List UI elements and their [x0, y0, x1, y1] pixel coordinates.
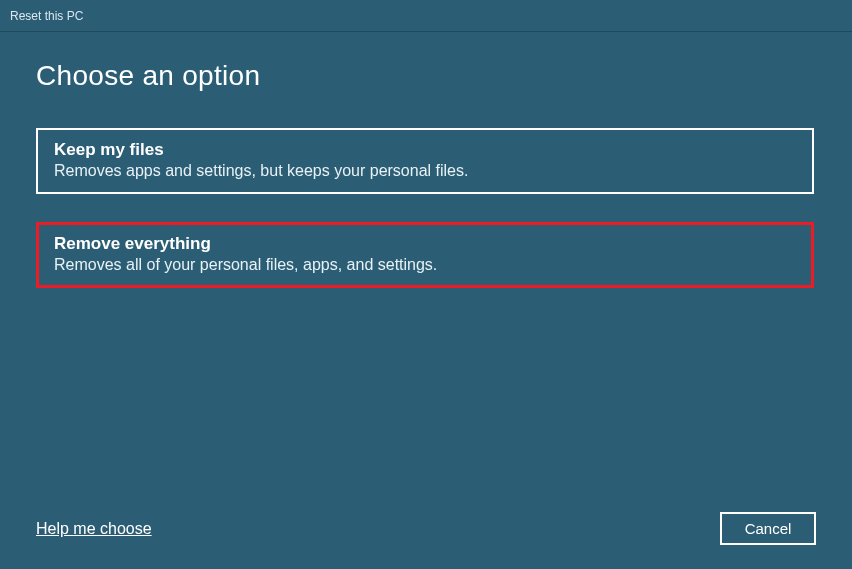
- option-description: Removes apps and settings, but keeps you…: [54, 162, 796, 180]
- option-description: Removes all of your personal files, apps…: [54, 256, 796, 274]
- option-remove-everything[interactable]: Remove everything Removes all of your pe…: [36, 222, 814, 288]
- footer: Help me choose Cancel: [36, 512, 816, 545]
- option-keep-my-files[interactable]: Keep my files Removes apps and settings,…: [36, 128, 814, 194]
- option-title: Keep my files: [54, 140, 796, 160]
- window-titlebar: Reset this PC: [0, 0, 852, 32]
- help-me-choose-link[interactable]: Help me choose: [36, 520, 152, 538]
- main-content: Choose an option Keep my files Removes a…: [0, 32, 852, 288]
- cancel-button[interactable]: Cancel: [720, 512, 816, 545]
- page-heading: Choose an option: [36, 60, 816, 92]
- option-title: Remove everything: [54, 234, 796, 254]
- window-title: Reset this PC: [10, 9, 83, 23]
